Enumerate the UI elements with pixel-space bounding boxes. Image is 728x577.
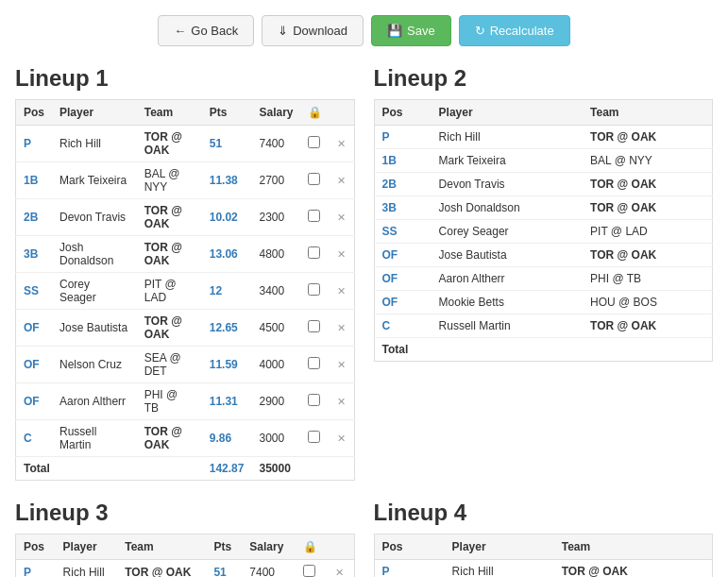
col-header-6 — [330, 100, 354, 126]
remove-cell[interactable]: ✕ — [330, 236, 354, 273]
pts-cell: 11.31 — [202, 383, 252, 420]
table-row: 3BJosh DonaldsonTOR @ OAK13.064800✕ — [16, 236, 355, 273]
lock-cell[interactable] — [300, 126, 330, 162]
col-header-1: Player — [56, 535, 118, 560]
lock-cell[interactable] — [300, 199, 330, 236]
salary-cell: 4000 — [251, 347, 300, 383]
remove-icon[interactable]: ✕ — [337, 322, 346, 333]
salary-cell: 2700 — [251, 162, 300, 199]
remove-icon[interactable]: ✕ — [337, 433, 346, 444]
remove-cell[interactable]: ✕ — [330, 273, 354, 310]
lock-cell[interactable] — [300, 273, 330, 310]
team-cell: BAL @ NYY — [583, 149, 712, 173]
lineup-section-4: Lineup 4PosPlayerTeamPRich HillTOR @ OAK… — [374, 500, 714, 577]
remove-cell[interactable]: ✕ — [330, 383, 354, 420]
remove-cell[interactable]: ✕ — [330, 126, 354, 162]
lock-cell[interactable] — [296, 560, 328, 578]
lineup-section-2: Lineup 2PosPlayerTeamPRich HillTOR @ OAK… — [374, 65, 714, 481]
lock-cell[interactable] — [300, 347, 330, 383]
go-back-button[interactable]: ← Go Back — [158, 15, 254, 46]
remove-icon[interactable]: ✕ — [337, 285, 346, 297]
lock-cell[interactable] — [300, 162, 330, 199]
salary-cell: 3000 — [251, 420, 300, 457]
table-row: SSCorey SeagerPIT @ LAD — [374, 220, 713, 244]
lineup-table-3: PosPlayerTeamPtsSalary🔒PRich HillTOR @ O… — [15, 534, 355, 577]
col-header-0: Pos — [16, 100, 53, 126]
remove-icon[interactable]: ✕ — [337, 138, 346, 149]
pos-cell: OF — [16, 383, 53, 420]
col-header-2: Team — [583, 100, 712, 126]
remove-icon[interactable]: ✕ — [337, 396, 346, 407]
download-button[interactable]: ⇓ Download — [262, 15, 364, 46]
remove-cell[interactable]: ✕ — [330, 347, 354, 383]
col-header-5: 🔒 — [296, 535, 328, 560]
remove-cell[interactable]: ✕ — [330, 420, 354, 457]
col-header-4: Salary — [251, 100, 300, 126]
table-row: CRussell MartinTOR @ OAK — [374, 314, 713, 338]
remove-icon[interactable]: ✕ — [337, 359, 346, 370]
save-button[interactable]: 💾 Save — [371, 15, 451, 46]
lock-checkbox[interactable] — [308, 136, 320, 148]
lock-checkbox[interactable] — [308, 210, 320, 222]
lock-checkbox[interactable] — [308, 173, 320, 185]
pos-cell: SS — [16, 273, 53, 310]
pos-cell: P — [16, 560, 56, 578]
team-cell: PIT @ LAD — [583, 220, 712, 244]
player-cell: Devon Travis — [432, 173, 584, 196]
remove-cell[interactable]: ✕ — [330, 199, 354, 236]
team-cell: TOR @ OAK — [583, 244, 712, 267]
lock-checkbox[interactable] — [308, 283, 320, 296]
pts-cell: 51 — [202, 126, 252, 162]
player-cell: Aaron Altherr — [52, 383, 137, 420]
pos-cell: 3B — [374, 196, 432, 220]
lock-checkbox[interactable] — [308, 431, 320, 443]
team-cell: PHI @ TB — [583, 267, 712, 291]
col-header-0: Pos — [374, 535, 445, 560]
pts-cell: 12 — [202, 273, 252, 310]
lock-checkbox[interactable] — [308, 357, 320, 369]
pts-cell: 51 — [206, 560, 242, 578]
table-row: PRich HillTOR @ OAK517400✕ — [16, 560, 355, 578]
col-header-1: Player — [52, 100, 137, 126]
lock-checkbox[interactable] — [308, 394, 320, 406]
col-header-5: 🔒 — [300, 100, 330, 126]
salary-cell: 3400 — [251, 273, 300, 310]
lock-cell[interactable] — [300, 420, 330, 457]
team-cell: TOR @ OAK — [137, 126, 202, 162]
lock-checkbox[interactable] — [308, 246, 320, 259]
lock-cell[interactable] — [300, 310, 330, 347]
pos-cell: P — [374, 126, 432, 149]
team-cell: TOR @ OAK — [137, 236, 202, 273]
lineup-table-2: PosPlayerTeamPRich HillTOR @ OAK1BMark T… — [374, 99, 714, 362]
pos-cell: OF — [16, 310, 53, 347]
table-row: OFJose BautistaTOR @ OAK — [374, 244, 713, 267]
lock-cell[interactable] — [300, 236, 330, 273]
table-row: 1BMark TeixeiraBAL @ NYY — [374, 149, 713, 173]
lock-cell[interactable] — [300, 383, 330, 420]
remove-cell[interactable]: ✕ — [330, 310, 354, 347]
pts-cell: 12.65 — [202, 310, 252, 347]
team-cell: TOR @ OAK — [554, 560, 713, 578]
remove-icon[interactable]: ✕ — [337, 212, 346, 223]
arrow-left-icon: ← — [174, 24, 186, 38]
remove-cell[interactable]: ✕ — [328, 560, 354, 578]
remove-icon[interactable]: ✕ — [335, 567, 344, 577]
lock-checkbox[interactable] — [303, 565, 315, 577]
pos-cell: C — [16, 420, 53, 457]
remove-icon[interactable]: ✕ — [337, 175, 346, 186]
total-row: Total142.8735000 — [16, 457, 355, 481]
table-row: 1BMark TeixeiraBAL @ NYY11.382700✕ — [16, 162, 355, 199]
total-label: Total — [374, 338, 713, 362]
pts-cell: 10.02 — [202, 199, 252, 236]
toolbar: ← Go Back ⇓ Download 💾 Save ↻ Recalculat… — [0, 0, 728, 65]
table-row: OFAaron AltherrPHI @ TB11.312900✕ — [16, 383, 355, 420]
total-label: Total — [16, 457, 202, 481]
lock-checkbox[interactable] — [308, 320, 320, 332]
total-row: Total — [374, 338, 713, 362]
table-row: 2BDevon TravisTOR @ OAK — [374, 173, 713, 196]
recalculate-button[interactable]: ↻ Recalculate — [459, 15, 570, 46]
team-cell: PIT @ LAD — [137, 273, 202, 310]
remove-cell[interactable]: ✕ — [330, 162, 354, 199]
remove-icon[interactable]: ✕ — [337, 248, 346, 260]
col-header-1: Player — [445, 535, 554, 560]
